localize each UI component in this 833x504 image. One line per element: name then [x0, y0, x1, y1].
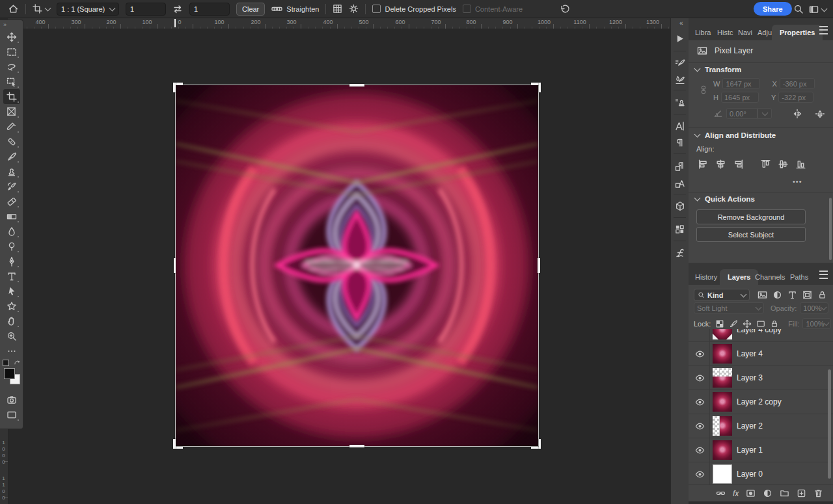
brush-tool[interactable]: [3, 149, 20, 164]
actions-panel-button[interactable]: [672, 31, 687, 46]
crop-handle-bottom[interactable]: [349, 445, 364, 447]
crop-settings-gear-icon[interactable]: [349, 4, 359, 14]
delete-cropped-pixels-checkbox[interactable]: Delete Cropped Pixels: [372, 5, 456, 13]
x-field[interactable]: -360 px: [780, 78, 815, 89]
layer-thumbnail[interactable]: [713, 368, 732, 388]
crop-handle-top-right[interactable]: [531, 83, 541, 92]
tab-history[interactable]: History: [692, 269, 720, 285]
more-tools-button[interactable]: [3, 343, 20, 358]
collapse-panels-icon[interactable]: «: [679, 20, 683, 27]
pen-tool[interactable]: [3, 254, 20, 269]
align-bottom-icon[interactable]: [795, 159, 806, 170]
layer-row[interactable]: Layer 2: [689, 414, 833, 438]
default-colors-icon[interactable]: [3, 360, 9, 366]
tool-presets-panel-button[interactable]: [672, 72, 687, 87]
collapse-tools-icon[interactable]: »: [0, 20, 7, 29]
flip-vertical-icon[interactable]: [815, 109, 825, 119]
layer-thumbnail[interactable]: [713, 329, 732, 339]
add-layer-mask-icon[interactable]: [746, 488, 756, 498]
reset-crop-icon[interactable]: [560, 4, 570, 14]
align-right-icon[interactable]: [733, 159, 744, 170]
content-aware-checkbox[interactable]: Content-Aware: [463, 5, 523, 13]
fill-field[interactable]: 100%: [802, 318, 831, 329]
crop-handle-right[interactable]: [538, 258, 540, 273]
y-field[interactable]: -322 px: [778, 92, 813, 103]
tab-properties[interactable]: Properties: [772, 25, 823, 40]
3d-panel-button[interactable]: [672, 198, 687, 213]
screen-mode-button[interactable]: [3, 407, 20, 422]
visibility-eye-icon[interactable]: [695, 349, 705, 359]
layer-thumbnail[interactable]: [713, 464, 732, 484]
crop-handle-bottom-right[interactable]: [531, 439, 541, 449]
frame-tool[interactable]: [3, 104, 20, 119]
layer-row[interactable]: Layer 4: [689, 342, 833, 366]
workspace-switcher[interactable]: [809, 5, 826, 14]
align-more-button[interactable]: •••: [793, 178, 802, 185]
layer-row[interactable]: Layer 2 copy: [689, 390, 833, 414]
crop-handle-left[interactable]: [174, 258, 176, 273]
delete-layer-trash-icon[interactable]: [813, 488, 823, 498]
object-selection-tool[interactable]: [3, 74, 20, 89]
lock-artboard-icon[interactable]: [756, 319, 765, 328]
blur-tool[interactable]: [3, 224, 20, 239]
filter-type-icon[interactable]: [787, 290, 797, 300]
align-section-header[interactable]: Align and Distribute: [695, 131, 776, 139]
share-button[interactable]: Share: [754, 2, 792, 16]
new-group-folder-icon[interactable]: [780, 488, 789, 498]
clear-button[interactable]: Clear: [236, 3, 265, 16]
shape-tool[interactable]: [3, 298, 20, 313]
align-left-icon[interactable]: [698, 159, 709, 170]
crop-handle-top-left[interactable]: [173, 83, 183, 92]
lock-image-pixels-icon[interactable]: [729, 319, 738, 328]
opacity-field[interactable]: 100%: [800, 302, 828, 313]
patterns-panel-button[interactable]: [672, 222, 687, 237]
tab-paths[interactable]: Paths: [787, 269, 811, 285]
visibility-eye-icon[interactable]: [695, 470, 705, 479]
swap-dimensions-icon[interactable]: [172, 4, 183, 14]
clone-stamp-tool[interactable]: [3, 164, 20, 179]
crop-width-input[interactable]: 1: [126, 3, 166, 16]
path-selection-tool[interactable]: [3, 284, 20, 298]
height-field[interactable]: 1645 px: [721, 92, 759, 103]
eraser-tool[interactable]: [3, 194, 20, 209]
type-tool[interactable]: [3, 269, 20, 284]
filter-smart-object-icon[interactable]: [817, 290, 827, 300]
search-icon[interactable]: [793, 4, 804, 14]
paragraph-panel-button[interactable]: [672, 135, 687, 150]
tab-histogram[interactable]: Histc: [715, 25, 735, 40]
link-layers-icon[interactable]: [716, 488, 726, 498]
layer-row[interactable]: Layer 4 copy: [689, 329, 833, 342]
paragraph-styles-panel-button[interactable]: [672, 159, 687, 174]
width-field[interactable]: 1647 px: [722, 78, 760, 89]
aspect-ratio-select[interactable]: 1 : 1 (Square): [57, 3, 119, 16]
blend-mode-select[interactable]: Soft Light: [694, 302, 764, 313]
character-panel-button[interactable]: [672, 118, 687, 133]
swap-colors-icon[interactable]: [14, 360, 20, 365]
align-center-vertical-icon[interactable]: [778, 159, 789, 170]
hand-tool[interactable]: [3, 313, 20, 328]
layers-scrollbar[interactable]: [828, 369, 831, 479]
align-top-icon[interactable]: [760, 159, 771, 170]
layer-row[interactable]: Layer 3: [689, 366, 833, 390]
lock-position-icon[interactable]: [743, 319, 752, 328]
visibility-eye-icon[interactable]: [695, 421, 705, 431]
pattern-stamp-panel-button[interactable]: [672, 94, 687, 109]
flip-horizontal-icon[interactable]: [792, 109, 802, 119]
tab-navigator[interactable]: Navi: [735, 25, 755, 40]
transform-section-header[interactable]: Transform: [695, 66, 741, 73]
new-adjustment-layer-icon[interactable]: [763, 488, 772, 498]
angle-dropdown[interactable]: [758, 108, 772, 119]
layer-thumbnail[interactable]: [713, 416, 732, 436]
constrain-link-icon[interactable]: [699, 81, 708, 99]
crop-handle-bottom-left[interactable]: [173, 439, 183, 449]
properties-scrollbar[interactable]: [829, 198, 832, 260]
panel-menu-icon[interactable]: [819, 26, 828, 34]
crop-height-input[interactable]: 1: [189, 3, 230, 16]
crop-tool-indicator[interactable]: [33, 4, 50, 14]
lock-transparent-pixels-icon[interactable]: [715, 319, 724, 328]
select-subject-button[interactable]: Select Subject: [696, 227, 806, 242]
spot-healing-tool[interactable]: [3, 134, 20, 149]
dodge-tool[interactable]: [3, 239, 20, 254]
eyedropper-tool[interactable]: [3, 119, 20, 134]
canvas-document[interactable]: [176, 85, 538, 446]
